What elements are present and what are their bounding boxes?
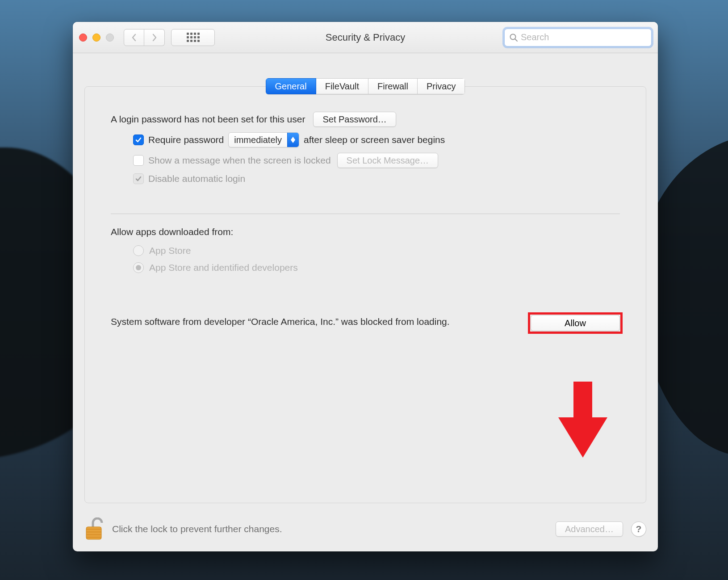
svg-line-1	[515, 39, 517, 41]
require-password-delay-select[interactable]: immediately	[228, 132, 299, 147]
svg-marker-3	[291, 140, 295, 143]
allow-apps-appstore-radio	[133, 245, 144, 256]
disable-auto-login-checkbox	[133, 173, 144, 184]
checkmark-icon	[135, 175, 142, 182]
svg-rect-10	[86, 537, 101, 538]
show-message-row: Show a message when the screen is locked…	[111, 153, 620, 168]
show-message-checkbox[interactable]	[133, 155, 144, 166]
allow-apps-identified-row: App Store and identified developers	[111, 262, 620, 273]
allow-apps-identified-label: App Store and identified developers	[149, 262, 298, 273]
tab-general[interactable]: General	[266, 78, 316, 94]
grid-icon	[187, 33, 200, 42]
tab-firewall[interactable]: Firewall	[368, 78, 418, 94]
content-area: General FileVault Firewall Privacy A log…	[73, 53, 658, 511]
blocked-software-row: System software from developer “Oracle A…	[111, 315, 620, 331]
blocked-software-message: System software from developer “Oracle A…	[111, 315, 450, 328]
close-window-button[interactable]	[79, 34, 87, 42]
svg-rect-4	[573, 382, 592, 422]
preferences-window: Security & Privacy General FileVault Fir…	[73, 22, 658, 551]
nav-back-button[interactable]	[124, 29, 144, 46]
require-password-delay-value: immediately	[229, 135, 287, 145]
lock-open-icon[interactable]	[84, 517, 106, 541]
allow-apps-heading: Allow apps downloaded from:	[111, 227, 620, 237]
advanced-button[interactable]: Advanced…	[556, 521, 623, 537]
titlebar: Security & Privacy	[73, 22, 658, 53]
divider	[111, 214, 620, 214]
svg-rect-8	[86, 531, 101, 533]
require-password-row: Require password immediately after sleep…	[111, 132, 620, 147]
show-all-button[interactable]	[171, 29, 215, 46]
search-field[interactable]	[504, 29, 652, 46]
search-icon	[509, 33, 518, 42]
allow-apps-appstore-label: App Store	[149, 245, 191, 256]
allow-button-wrap: Allow	[531, 315, 620, 331]
disable-auto-login-row: Disable automatic login	[111, 173, 620, 184]
chevron-right-icon	[152, 34, 157, 42]
allow-apps-identified-radio	[133, 262, 144, 273]
show-message-label: Show a message when the screen is locked	[148, 155, 331, 166]
login-password-row: A login password has not been set for th…	[111, 112, 620, 127]
svg-rect-9	[86, 534, 101, 535]
window-controls	[79, 34, 114, 42]
nav-forward-button[interactable]	[144, 29, 165, 46]
stepper-icon	[287, 133, 299, 147]
tab-privacy[interactable]: Privacy	[418, 78, 465, 94]
svg-rect-7	[86, 529, 101, 530]
tab-filevault[interactable]: FileVault	[316, 78, 368, 94]
checkmark-icon	[135, 136, 142, 143]
minimize-window-button[interactable]	[92, 34, 100, 42]
svg-marker-2	[291, 137, 295, 140]
no-login-password-label: A login password has not been set for th…	[111, 114, 305, 125]
footer: Click the lock to prevent further change…	[73, 511, 658, 551]
disable-auto-login-label: Disable automatic login	[148, 173, 245, 184]
after-sleep-label: after sleep or screen saver begins	[304, 134, 445, 145]
chevron-left-icon	[131, 34, 137, 42]
allow-apps-appstore-row: App Store	[111, 245, 620, 256]
require-password-label: Require password	[148, 134, 224, 145]
maximize-window-button	[106, 34, 114, 42]
lock-hint-label: Click the lock to prevent further change…	[112, 524, 282, 534]
search-input[interactable]	[521, 29, 647, 46]
set-password-button[interactable]: Set Password…	[313, 112, 396, 127]
help-button[interactable]: ?	[631, 521, 646, 537]
set-lock-message-button: Set Lock Message…	[337, 153, 439, 168]
nav-back-forward	[124, 29, 165, 46]
tab-group: General FileVault Firewall Privacy	[266, 78, 465, 94]
allow-button[interactable]: Allow	[531, 315, 620, 331]
require-password-checkbox[interactable]	[133, 134, 144, 145]
general-panel: A login password has not been set for th…	[84, 86, 646, 503]
annotation-arrow-icon	[558, 382, 607, 458]
svg-marker-5	[558, 417, 607, 458]
